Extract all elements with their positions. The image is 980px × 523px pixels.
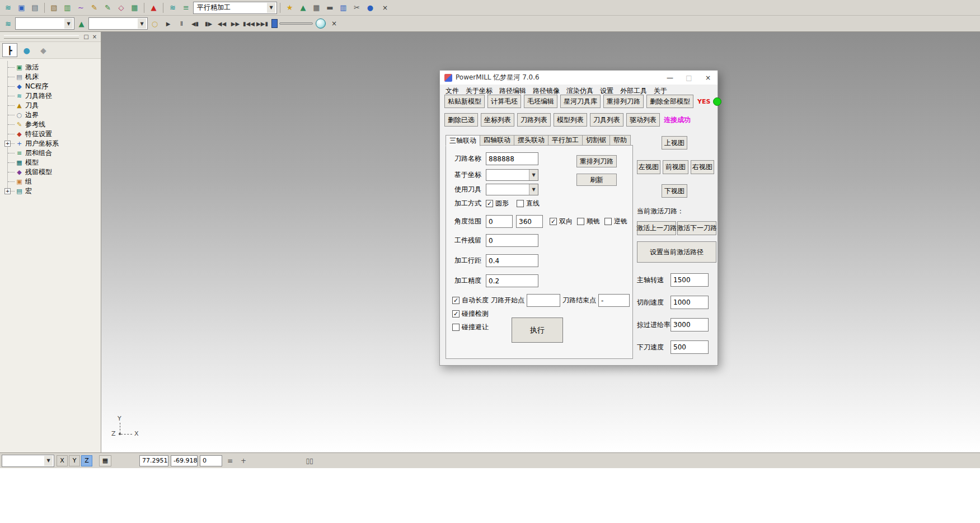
tree-item-stock-models[interactable]: ◆ 残留模型 (4, 167, 99, 177)
speed-input[interactable]: 1000 (670, 296, 709, 309)
angle-option-checkbox[interactable]: 顺铣 (577, 217, 600, 226)
paste-model-icon[interactable]: ▧ (48, 1, 60, 14)
angle-from-input[interactable]: 0 (486, 215, 513, 228)
tree-item-nc-programs[interactable]: ◆ NC程序 (4, 82, 99, 91)
axis-toggle-button[interactable]: Y (69, 455, 80, 466)
clipping-icon[interactable]: ✂ (350, 1, 363, 14)
measure-icon[interactable]: ▬ (323, 1, 336, 14)
expand-icon[interactable] (4, 188, 11, 194)
tree-item-boundaries[interactable]: ○ 边界 (4, 110, 99, 120)
tool-small-icon[interactable]: ▲ (75, 17, 88, 30)
menu-item[interactable]: 关于 (650, 86, 670, 96)
separator[interactable] (142, 1, 147, 14)
step-back-icon[interactable]: ◀▮ (189, 17, 201, 30)
toolpath-wave-icon[interactable]: ≋ (2, 17, 15, 30)
right-view-button[interactable]: 右视图 (691, 160, 714, 174)
dialog-tab[interactable]: 四轴联动 (480, 135, 514, 146)
dialog-tab[interactable]: 摆头联动 (514, 135, 548, 146)
strategy-dropdown[interactable]: 平行精加工 ▼ (193, 2, 277, 14)
close-button[interactable]: × (698, 71, 718, 85)
axis-toggle-button[interactable]: X (57, 455, 68, 466)
binoculars-icon[interactable]: ● (364, 1, 377, 14)
coord-z-input[interactable]: 0 (200, 455, 222, 466)
rearrange-toolpath-button[interactable]: 重排列刀路 (576, 155, 617, 167)
dialog-button[interactable]: 驱动列表 (626, 113, 660, 127)
rewind-icon[interactable]: ◀◀ (215, 17, 228, 30)
expand-icon[interactable] (4, 141, 11, 147)
dialog-button[interactable]: 坐标列表 (481, 113, 514, 127)
wave-icon[interactable]: ≋ (166, 1, 179, 14)
tolerance-input[interactable]: 0.2 (486, 274, 538, 287)
explorer-tree-icon[interactable]: ┣ (2, 43, 17, 57)
dialog-button[interactable]: 粘贴新模型 (444, 95, 485, 108)
tree-item-tools[interactable]: ▲ 刀具 (4, 101, 99, 110)
tool-select-dropdown[interactable]: ▼ (88, 17, 148, 30)
angle-option-checkbox[interactable]: 双向 (550, 217, 573, 226)
tree-item-levels[interactable]: ≡ 层和组合 (4, 148, 99, 158)
toolpath-curve-icon[interactable]: ~ (74, 1, 87, 14)
dialog-button[interactable]: 刀具列表 (590, 113, 623, 127)
stepover-input[interactable]: 0.4 (486, 254, 538, 267)
strategy-list-icon[interactable]: ≡ (180, 1, 193, 14)
shield-icon[interactable]: ◆ (36, 43, 51, 57)
menu-item[interactable]: 文件 (442, 86, 462, 96)
toolbar-close-icon[interactable]: × (329, 18, 339, 29)
tool-red-icon[interactable]: ▲ (147, 1, 160, 14)
speed-input[interactable]: 1500 (670, 273, 709, 287)
tool-yellow-icon[interactable]: ★ (283, 1, 296, 14)
slider-handle[interactable] (271, 19, 278, 28)
flag-icon[interactable]: ▲ (297, 1, 310, 14)
stock-remain-input[interactable]: 0 (486, 234, 538, 247)
globe-icon[interactable]: ● (19, 43, 34, 57)
draw-icon[interactable]: ✎ (88, 1, 101, 14)
grid-icon[interactable]: ▦ (99, 455, 111, 466)
dock-grip[interactable] (4, 35, 79, 39)
fast-forward-icon[interactable]: ▶▶ (229, 17, 242, 30)
simulation-speed-slider[interactable] (271, 18, 313, 29)
machining-mode-checkbox[interactable]: 直线 (517, 199, 540, 208)
activate-next-toolpath-button[interactable]: 激活下一刀路 (677, 221, 716, 235)
tree-item-workplanes[interactable]: + 用户坐标系 (4, 139, 99, 148)
front-view-button[interactable]: 前视图 (663, 160, 688, 174)
clock-icon[interactable] (316, 18, 326, 29)
dialog-tab[interactable]: 切割锯 (582, 135, 610, 146)
dialog-tab[interactable]: 三轴联动 (446, 135, 480, 146)
toolpath-select-dropdown[interactable]: ▼ (15, 17, 74, 30)
play-icon[interactable]: ▶ (162, 17, 175, 30)
lightbulb-icon[interactable]: ○ (148, 17, 161, 30)
pages-icon[interactable]: ▯▯ (304, 455, 315, 466)
top-view-button[interactable]: 上视图 (662, 136, 687, 150)
axis-toggle-button[interactable]: Z (81, 455, 92, 466)
activate-prev-toolpath-button[interactable]: 激活上一刀路 (637, 221, 676, 235)
maximize-button[interactable]: □ (679, 71, 698, 85)
transform-icon[interactable]: ◇ (115, 1, 128, 14)
tree-item-groups[interactable]: ▣ 组 (4, 177, 99, 186)
tree-item-toolpaths[interactable]: ≋ 刀具路径 (4, 91, 99, 101)
speed-input[interactable]: 3000 (670, 318, 709, 331)
base-coord-select[interactable] (486, 169, 538, 181)
dialog-button[interactable]: 删除已选 (444, 113, 478, 127)
coord-x-input[interactable]: 77.2951 (139, 455, 168, 466)
dialog-tab[interactable]: 帮助 (609, 135, 631, 146)
tree-item-macros[interactable]: ▤ 宏 (4, 186, 99, 196)
menu-item[interactable]: 路径镜像 (529, 86, 563, 96)
status-dropdown[interactable]: ▼ (2, 455, 54, 467)
pencil-icon[interactable]: ✎ (101, 1, 114, 14)
start-point-input[interactable] (527, 294, 560, 307)
tree-item-feature-sets[interactable]: ◆ 特征设置 (4, 129, 99, 139)
go-end-icon[interactable]: ▶▶▮ (256, 17, 269, 30)
menu-item[interactable]: 关于坐标 (462, 86, 496, 96)
block-icon[interactable]: ▥ (61, 1, 74, 14)
cursor-icon[interactable]: + (238, 455, 249, 466)
coord-y-input[interactable]: -69.918 (171, 455, 198, 466)
menu-item[interactable]: 设置 (597, 86, 617, 96)
dialog-button[interactable]: 星河刀具库 (560, 95, 601, 108)
menu-item[interactable]: 渲染仿真 (563, 86, 597, 96)
print-icon[interactable]: ▤ (29, 1, 41, 14)
calculator-icon[interactable]: ▦ (310, 1, 323, 14)
go-start-icon[interactable]: ▮◀◀ (242, 17, 255, 30)
left-view-button[interactable]: 左视图 (637, 160, 660, 174)
separator[interactable] (42, 1, 47, 14)
collision-check-checkbox[interactable]: 碰撞检测 (452, 309, 489, 319)
layers-icon[interactable]: ▦ (128, 1, 141, 14)
